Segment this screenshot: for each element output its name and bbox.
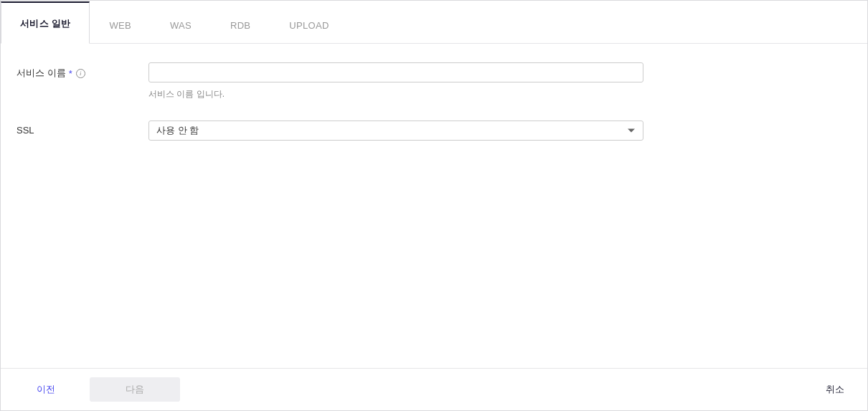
service-name-label-text: 서비스 이름 — [16, 67, 66, 80]
service-name-row: 서비스 이름 * i 서비스 이름 입니다. — [16, 62, 852, 100]
footer-left: 이전 다음 — [16, 377, 180, 402]
form-content: 서비스 이름 * i 서비스 이름 입니다. SSL 사용 안 함 — [1, 44, 867, 368]
tab-was[interactable]: WAS — [151, 5, 211, 44]
service-name-field: 서비스 이름 입니다. — [148, 62, 643, 100]
ssl-field: 사용 안 함 — [148, 121, 643, 141]
tab-upload[interactable]: UPLOAD — [270, 5, 348, 44]
service-name-label: 서비스 이름 * i — [16, 62, 148, 80]
ssl-label: SSL — [16, 121, 148, 136]
ssl-row: SSL 사용 안 함 — [16, 121, 852, 141]
ssl-select[interactable]: 사용 안 함 — [148, 121, 643, 141]
tab-service-general[interactable]: 서비스 일반 — [1, 1, 90, 44]
footer-bar: 이전 다음 취소 — [1, 368, 867, 410]
cancel-button[interactable]: 취소 — [819, 377, 852, 402]
tab-web[interactable]: WEB — [90, 5, 151, 44]
info-icon[interactable]: i — [76, 69, 85, 78]
ssl-select-wrapper[interactable]: 사용 안 함 — [148, 121, 643, 141]
required-asterisk: * — [69, 68, 72, 79]
service-name-helper: 서비스 이름 입니다. — [148, 88, 643, 100]
tab-rdb[interactable]: RDB — [211, 5, 270, 44]
next-button: 다음 — [90, 377, 180, 402]
prev-button[interactable]: 이전 — [16, 377, 75, 402]
form-container: 서비스 일반 WEB WAS RDB UPLOAD 서비스 이름 * i 서비스… — [0, 0, 868, 411]
ssl-label-text: SSL — [16, 125, 34, 136]
service-name-input[interactable] — [148, 62, 643, 82]
tabs-bar: 서비스 일반 WEB WAS RDB UPLOAD — [1, 1, 867, 44]
